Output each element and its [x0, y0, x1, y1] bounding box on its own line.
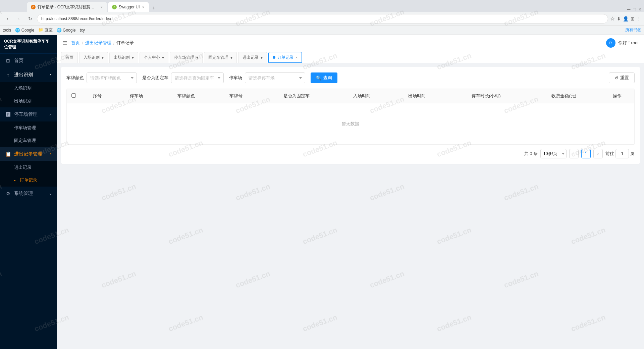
sidebar-item-entry[interactable]: ↕ 进出识别 ∧: [0, 68, 57, 82]
order-record-icon: ▪: [14, 178, 16, 183]
bookmark-google1[interactable]: 🌐 Google: [15, 28, 34, 33]
top-bar-right: R 你好！root: [606, 38, 639, 48]
col-parking: 停车场: [114, 89, 159, 103]
sidebar-item-fixed-car[interactable]: 固定车管理: [0, 134, 57, 147]
filter-fixed-car-label: 是否为固定车: [142, 75, 168, 81]
home-icon: ⊞: [5, 58, 11, 63]
new-tab-button[interactable]: +: [150, 4, 158, 12]
goto-suffix: 页: [630, 151, 635, 157]
close-window-button[interactable]: ×: [639, 7, 641, 12]
sidebar-item-order-record[interactable]: ▪ 订单记录: [0, 174, 57, 187]
sidebar-logo: OCR文字识别智慧停车车位管理: [0, 35, 57, 54]
breadcrumb-current: 订单记录: [116, 40, 134, 46]
col-license-color: 车牌颜色: [159, 89, 214, 103]
tab-nav-entry-in-label: 入场识别: [84, 55, 100, 60]
prev-page-button[interactable]: ‹: [569, 149, 579, 158]
extensions-icon[interactable]: ⊞: [631, 16, 635, 21]
tab-nav-personal[interactable]: 个人中心 ▾: [140, 52, 168, 63]
tab-nav-record[interactable]: 进出记录 ▾: [238, 52, 267, 63]
download-icon[interactable]: ⬇: [617, 16, 621, 21]
sidebar-item-record-in-out[interactable]: 进出记录: [0, 161, 57, 174]
bookmark-star[interactable]: ☆: [610, 15, 615, 22]
next-page-button[interactable]: ›: [593, 149, 603, 158]
bookmark-google2[interactable]: 🌐 Google: [57, 28, 76, 33]
reset-button[interactable]: ↺ 重置: [609, 72, 635, 83]
tab-swagger[interactable]: S Swagger UI ×: [108, 2, 149, 12]
tab-bar: O 订单记录 - OCR文字识别智慧停车... × S Swagger UI ×…: [0, 0, 644, 12]
sys-expand-icon: ∨: [49, 192, 52, 196]
tab-nav-parking-mgmt-label: 停车场管理: [174, 55, 194, 60]
tab-nav-entry-in[interactable]: 入场识别 ▾: [79, 52, 108, 63]
tab-title-swagger: Swagger UI: [119, 5, 140, 9]
goto-page: 前往 页: [605, 149, 635, 158]
tab-nav-fixed-car-dropdown: ▾: [230, 55, 232, 60]
forward-button[interactable]: ›: [14, 14, 23, 23]
goto-prefix: 前往: [605, 151, 614, 157]
tab-nav-entry-out-label: 出场识别: [114, 55, 130, 60]
sidebar-item-record-mgmt[interactable]: 📋 进出记录管理 ∧: [0, 147, 57, 161]
reset-icon: ↺: [614, 76, 618, 81]
tab-nav-entry-out[interactable]: 出场识别 ▾: [109, 52, 138, 63]
tab-nav-parking-mgmt[interactable]: 停车场管理 ▾: [170, 52, 203, 63]
filter-fixed-car: 是否为固定车 请选择是否为固定车: [142, 72, 224, 83]
sidebar-item-parking-mgmt-label: 停车场管理: [14, 111, 38, 117]
tab-nav-fixed-car[interactable]: 固定车管理 ▾: [204, 52, 237, 63]
maximize-button[interactable]: □: [633, 7, 636, 12]
table-body: 暂无数据: [67, 103, 634, 145]
license-color-select[interactable]: 请选择车牌颜色: [87, 72, 137, 83]
tab-close-ocr[interactable]: ×: [100, 5, 103, 10]
select-all-checkbox[interactable]: [71, 93, 76, 98]
bookmark-tools[interactable]: tools: [3, 28, 11, 33]
fixed-car-select[interactable]: 请选择是否为固定车: [171, 72, 224, 83]
tab-nav-order-close[interactable]: ×: [296, 56, 298, 59]
back-button[interactable]: ‹: [3, 14, 12, 23]
tab-nav-order-label: 订单记录: [277, 55, 293, 60]
filter-license-color-label: 车牌颜色: [66, 75, 84, 81]
tab-nav-parking-mgmt-dropdown: ▾: [196, 55, 198, 60]
sidebar-item-parking-mgmt[interactable]: 🅿 停车场管理 ∧: [0, 107, 57, 121]
sidebar-item-home[interactable]: ⊞ 首页: [0, 54, 57, 68]
col-action: 操作: [600, 89, 634, 103]
tab-nav-home[interactable]: 首页: [61, 52, 78, 63]
bookmark-txy[interactable]: txy: [80, 28, 85, 33]
bookmark-yishi[interactable]: 📁 宜室: [38, 27, 52, 33]
breadcrumb-record[interactable]: 进出记录管理: [85, 40, 111, 46]
parking-lot-select[interactable]: 请选择停车场: [245, 72, 305, 83]
breadcrumb-home[interactable]: 首页: [71, 40, 80, 46]
sidebar-item-record-in-out-label: 进出记录: [14, 164, 32, 170]
search-button[interactable]: 🔍 查询: [311, 72, 337, 83]
sidebar-item-entry-in[interactable]: 入场识别: [0, 82, 57, 95]
page-size-select[interactable]: 10条/页 20条/页 50条/页 100条/页: [540, 149, 567, 158]
col-fee: 收费金额(元): [528, 89, 600, 103]
entry-icon: ↕: [5, 72, 11, 78]
tab-nav-personal-label: 个人中心: [144, 55, 160, 60]
url-text: http://localhost:8888/record/order/index: [41, 16, 111, 21]
minimize-button[interactable]: ─: [627, 7, 630, 12]
sidebar-logo-text: OCR文字识别智慧停车车位管理: [4, 39, 53, 50]
sidebar-item-sys-mgmt[interactable]: ⚙ 系统管理 ∨: [0, 187, 57, 201]
tab-ocr[interactable]: O 订单记录 - OCR文字识别智慧停车... ×: [27, 2, 107, 12]
refresh-button[interactable]: ↻: [25, 14, 35, 23]
user-name: 你好！root: [618, 40, 639, 46]
tab-close-swagger[interactable]: ×: [142, 5, 145, 10]
pagination-row: 共 0 条 10条/页 20条/页 50条/页 100条/页 ‹ 1 › 前往 …: [66, 145, 635, 158]
entry-expand-icon: ∧: [49, 73, 52, 77]
tab-nav-record-dropdown: ▾: [261, 55, 263, 60]
tab-nav-order[interactable]: 订单记录 ×: [268, 52, 302, 63]
sidebar-item-entry-label: 进出识别: [14, 72, 33, 78]
col-seq: 序号: [80, 89, 114, 103]
menu-icon[interactable]: ⋮: [637, 16, 641, 21]
sidebar-item-order-record-label: 订单记录: [20, 177, 37, 183]
tab-favicon-ocr: O: [31, 5, 36, 9]
all-bookmarks[interactable]: 所有书签: [625, 27, 641, 33]
sidebar-item-parking-lot[interactable]: 停车场管理: [0, 121, 57, 134]
address-bar[interactable]: http://localhost:8888/record/order/index: [37, 14, 608, 23]
profile-icon[interactable]: 👤: [623, 16, 629, 21]
filter-license-color: 车牌颜色 请选择车牌颜色: [66, 72, 137, 83]
no-data-cell: 暂无数据: [67, 103, 634, 145]
hamburger-button[interactable]: ☰: [62, 40, 67, 46]
sidebar-item-entry-out[interactable]: 出场识别: [0, 95, 57, 107]
tabs-nav: 首页 入场识别 ▾ 出场识别 ▾ 个人中心 ▾ 停车场管理 ▾ 固定车管理 ▾: [57, 51, 644, 63]
settings-icon: ⚙: [5, 191, 11, 196]
goto-input[interactable]: [615, 149, 629, 158]
